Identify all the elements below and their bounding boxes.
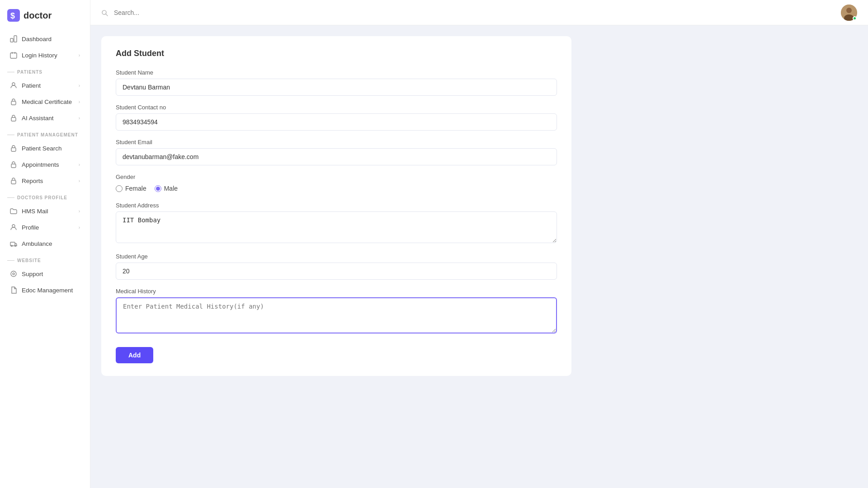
student-contact-label: Student Contact no — [116, 104, 557, 111]
chevron-icon: › — [79, 178, 80, 183]
section-website-label: WEBSITE — [0, 252, 90, 266]
medical-history-group: Medical History — [116, 288, 557, 335]
student-age-label: Student Age — [116, 253, 557, 260]
sidebar-item-reports-label: Reports — [22, 178, 74, 184]
student-email-label: Student Email — [116, 139, 557, 145]
folder-icon — [10, 207, 17, 215]
student-name-label: Student Name — [116, 69, 557, 76]
profile-icon — [10, 224, 17, 231]
svg-point-13 — [12, 225, 15, 227]
student-email-group: Student Email — [116, 139, 557, 165]
svg-rect-11 — [11, 164, 16, 168]
svg-rect-8 — [11, 101, 16, 105]
sidebar-item-ai-assistant-label: AI Assistant — [22, 115, 74, 122]
sidebar-item-profile[interactable]: Profile › — [3, 220, 87, 235]
sidebar-item-edoc-management[interactable]: Edoc Management — [3, 282, 87, 298]
gender-group: Gender Female Male — [116, 174, 557, 194]
svg-point-18 — [13, 273, 14, 275]
gender-male-label: Male — [164, 185, 178, 192]
gender-female-label: Female — [125, 185, 146, 192]
sidebar-item-login-history-label: Login History — [22, 52, 74, 59]
student-address-input[interactable]: IIT Bombay — [116, 211, 557, 243]
chevron-icon: › — [79, 83, 80, 88]
chevron-icon: › — [79, 99, 80, 104]
student-address-group: Student Address IIT Bombay — [116, 202, 557, 245]
gender-male-radio[interactable] — [155, 185, 161, 192]
logo-icon: $ — [7, 9, 20, 22]
chevron-icon: › — [79, 53, 80, 58]
ai-icon — [10, 114, 17, 122]
sidebar-item-patient-search-label: Patient Search — [22, 145, 80, 152]
sidebar-item-medical-cert-label: Medical Certificate — [22, 99, 74, 105]
section-patients-label: PATIENTS — [0, 63, 90, 77]
user-avatar-wrap[interactable] — [841, 5, 857, 21]
sidebar-item-medical-certificate[interactable]: Medical Certificate › — [3, 94, 87, 109]
student-age-input[interactable] — [116, 263, 557, 280]
sidebar-item-profile-label: Profile — [22, 224, 74, 231]
sidebar-item-support[interactable]: Support — [3, 266, 87, 282]
add-button[interactable]: Add — [116, 347, 153, 363]
sidebar-item-hms-mail-label: HMS Mail — [22, 208, 74, 215]
sidebar-item-ai-assistant[interactable]: AI Assistant › — [3, 110, 87, 126]
sidebar-item-patient[interactable]: Patient › — [3, 78, 87, 93]
chevron-icon: › — [79, 209, 80, 214]
lock-icon — [10, 98, 17, 105]
student-name-group: Student Name — [116, 69, 557, 96]
sidebar-item-ambulance[interactable]: Ambulance — [3, 236, 87, 251]
svg-point-17 — [11, 271, 16, 277]
svg-point-22 — [846, 8, 852, 13]
sidebar-item-reports[interactable]: Reports › — [3, 173, 87, 188]
gender-female-option[interactable]: Female — [116, 185, 146, 192]
gender-options: Female Male — [116, 183, 557, 194]
svg-point-7 — [12, 83, 15, 85]
app-logo: $ doctor — [0, 0, 90, 31]
file-icon — [10, 286, 17, 294]
ambulance-icon — [10, 240, 17, 247]
svg-line-20 — [106, 14, 108, 16]
medical-history-label: Medical History — [116, 288, 557, 295]
section-doctors-profile-label: DOCTORS PROFILE — [0, 189, 90, 203]
add-student-card: Add Student Student Name Student Contact… — [101, 36, 571, 376]
sidebar-item-ambulance-label: Ambulance — [22, 240, 80, 247]
section-patient-mgmt-label: PATIENT MANAGEMENT — [0, 126, 90, 140]
support-icon — [10, 270, 17, 277]
search-icon — [101, 8, 108, 16]
appointments-icon — [10, 161, 17, 168]
main-area: Add Student Student Name Student Contact… — [90, 0, 868, 488]
svg-rect-2 — [10, 38, 13, 42]
sidebar-item-patient-label: Patient — [22, 82, 74, 89]
person-icon — [10, 82, 17, 89]
medical-history-input[interactable] — [116, 297, 557, 333]
topbar — [90, 0, 868, 25]
online-indicator — [853, 16, 857, 20]
sidebar-item-appointments[interactable]: Appointments › — [3, 157, 87, 172]
search-icon — [10, 145, 17, 152]
sidebar-item-dashboard[interactable]: Dashboard — [3, 31, 87, 47]
gender-male-option[interactable]: Male — [155, 185, 178, 192]
svg-rect-12 — [11, 180, 16, 184]
home-icon — [10, 35, 17, 42]
search-input[interactable] — [114, 9, 835, 16]
student-email-input[interactable] — [116, 148, 557, 165]
gender-female-radio[interactable] — [116, 185, 123, 192]
chevron-icon: › — [79, 116, 80, 121]
student-name-input[interactable] — [116, 79, 557, 96]
svg-rect-4 — [10, 53, 17, 58]
svg-rect-9 — [11, 117, 16, 121]
sidebar-item-login-history[interactable]: Login History › — [3, 47, 87, 63]
sidebar-item-support-label: Support — [22, 271, 80, 277]
svg-text:$: $ — [10, 11, 15, 20]
student-address-label: Student Address — [116, 202, 557, 209]
sidebar-item-patient-search[interactable]: Patient Search — [3, 141, 87, 156]
student-contact-group: Student Contact no — [116, 104, 557, 131]
card-title: Add Student — [116, 49, 557, 58]
sidebar: $ doctor Dashboard Login History › PATIE… — [0, 0, 90, 488]
sidebar-item-dashboard-label: Dashboard — [22, 36, 80, 42]
student-contact-input[interactable] — [116, 113, 557, 131]
svg-rect-10 — [11, 148, 16, 151]
gender-label: Gender — [116, 174, 557, 180]
sidebar-item-appointments-label: Appointments — [22, 161, 74, 168]
sidebar-item-hms-mail[interactable]: HMS Mail › — [3, 203, 87, 219]
svg-rect-3 — [14, 36, 17, 42]
app-name: doctor — [24, 10, 52, 21]
